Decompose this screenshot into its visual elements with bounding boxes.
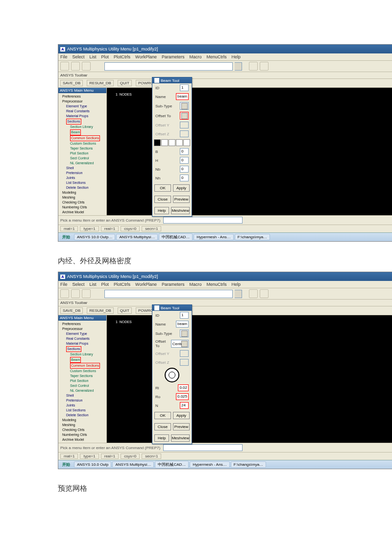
tree-item[interactable]: Material Props: [59, 114, 105, 119]
b-input[interactable]: 0: [180, 148, 189, 155]
taskbar-item[interactable]: 中国机械CAD…: [159, 233, 193, 241]
taskbar-item[interactable]: ANSYS Multiphysi…: [116, 234, 158, 240]
tree-item[interactable]: Joints: [59, 176, 105, 180]
save-db-button[interactable]: SAVE_DB: [60, 80, 83, 86]
tree-item[interactable]: Material Props: [59, 341, 105, 346]
tool-icon[interactable]: [60, 289, 69, 298]
id-input[interactable]: 1: [180, 84, 189, 91]
close-button[interactable]: Close: [154, 423, 171, 430]
tree-item[interactable]: Modeling: [59, 190, 105, 195]
tree-item[interactable]: Preprocessor: [59, 327, 105, 331]
taskbar-item[interactable]: ANSYS Multiphysi…: [112, 461, 154, 468]
resum-db-button[interactable]: RESUM_DB: [87, 80, 113, 86]
tree-item[interactable]: Sections: [59, 346, 105, 352]
n-input[interactable]: 24: [180, 402, 189, 409]
offset-select[interactable]: [180, 112, 189, 120]
tree-item[interactable]: Preferences: [59, 94, 105, 99]
tree-item[interactable]: Shell: [59, 166, 105, 171]
tree-item[interactable]: Custom Sections: [59, 141, 105, 146]
tree-item[interactable]: Checking Ctrls: [59, 428, 105, 432]
tree-item[interactable]: NL Generalized: [59, 388, 105, 393]
tree-item[interactable]: Archive Model: [59, 210, 105, 215]
name-input[interactable]: beam: [176, 93, 189, 100]
h-input[interactable]: 0: [180, 157, 189, 164]
tree-item[interactable]: Taper Sections: [59, 146, 105, 151]
menu-parameters[interactable]: Parameters: [162, 282, 185, 287]
nh-input[interactable]: 0: [180, 175, 189, 181]
combo-arrow-icon[interactable]: [235, 290, 242, 298]
tree-item[interactable]: Element Type: [59, 331, 105, 336]
taskbar-item[interactable]: 中国机械CAD…: [155, 461, 189, 468]
tree-item[interactable]: Section Library: [59, 125, 105, 129]
menu-parameters[interactable]: Parameters: [162, 54, 185, 59]
tree-item[interactable]: Real Constants: [59, 336, 105, 341]
tool-icon[interactable]: [249, 289, 258, 298]
menu-plot[interactable]: Plot: [101, 282, 109, 287]
open-icon[interactable]: [71, 62, 80, 71]
help-button[interactable]: Help: [154, 434, 169, 442]
ro-input[interactable]: 0.025: [176, 393, 189, 400]
tree-item[interactable]: Checking Ctrls: [59, 200, 105, 205]
ok-button[interactable]: OK: [154, 412, 171, 419]
taskbar-item[interactable]: Hypermesh - Ans…: [190, 461, 229, 468]
tree-item[interactable]: Plot Section: [59, 378, 105, 383]
tree-item[interactable]: Sect Control: [59, 383, 105, 388]
menu-list[interactable]: List: [90, 282, 97, 287]
tree-item[interactable]: Real Constants: [59, 109, 105, 114]
close-button[interactable]: Close: [154, 196, 171, 203]
menu-macro[interactable]: Macro: [189, 54, 201, 59]
tree-item[interactable]: Archive Model: [59, 437, 105, 442]
tree-item[interactable]: Custom Sections: [59, 369, 105, 374]
taskbar-item[interactable]: ANSYS 10.0 Outp…: [74, 234, 115, 240]
menu-help[interactable]: Help: [232, 282, 241, 287]
tool-icon[interactable]: [260, 289, 269, 298]
save-db-button[interactable]: SAVE_DB: [60, 307, 83, 314]
menu-workplane[interactable]: WorkPlane: [135, 282, 157, 287]
tree-item[interactable]: Section Library: [59, 352, 105, 357]
quit-button[interactable]: QUIT: [118, 307, 132, 314]
menu-select[interactable]: Select: [73, 282, 85, 287]
taskbar-item[interactable]: F:\changs\mya…: [235, 234, 270, 240]
tree-item[interactable]: Joints: [59, 403, 105, 408]
menu-menuctrls[interactable]: MenuCtrls: [206, 282, 226, 287]
taskbar-item[interactable]: Hypermesh - Ans…: [194, 234, 233, 240]
section-icon[interactable]: [154, 139, 161, 146]
tree-item[interactable]: List Sections: [59, 180, 105, 185]
tree-item[interactable]: Delete Section: [59, 185, 105, 190]
tree-item[interactable]: Delete Section: [59, 413, 105, 418]
menu-file[interactable]: File: [60, 282, 68, 287]
tree-item[interactable]: Meshing: [59, 423, 105, 428]
tree-item[interactable]: Sections: [59, 119, 105, 125]
tree-item[interactable]: Coupling / Ceqn: [59, 215, 105, 215]
tree-item[interactable]: Beam: [59, 357, 105, 363]
tree-item[interactable]: Common Sections: [59, 363, 105, 369]
tree-item[interactable]: Pretension: [59, 398, 105, 403]
menu-menuctrls[interactable]: MenuCtrls: [206, 54, 226, 59]
tree-item[interactable]: Modeling: [59, 418, 105, 423]
tool-icon[interactable]: [249, 62, 258, 71]
tree-item[interactable]: Taper Sections: [59, 374, 105, 378]
command-input[interactable]: [163, 444, 243, 451]
id-input[interactable]: 1: [180, 312, 189, 319]
start-button[interactable]: 开始: [59, 234, 73, 240]
command-input[interactable]: [163, 217, 243, 224]
tool-icon[interactable]: [60, 62, 69, 71]
combo-arrow-icon[interactable]: [235, 62, 242, 71]
section-icon[interactable]: [176, 139, 183, 146]
tree-item[interactable]: Coupling / Ceqn: [59, 442, 105, 443]
apply-button[interactable]: Apply: [173, 184, 190, 192]
tree-item[interactable]: Numbering Ctrls: [59, 432, 105, 437]
command-combo[interactable]: [104, 62, 233, 71]
open-icon[interactable]: [71, 289, 80, 298]
start-button[interactable]: 开始: [59, 461, 73, 468]
menu-list[interactable]: List: [90, 54, 97, 59]
menu-workplane[interactable]: WorkPlane: [135, 54, 157, 59]
save-icon[interactable]: [82, 62, 91, 71]
subtype-select[interactable]: [180, 329, 189, 337]
offset-select[interactable]: Centroid: [171, 340, 189, 348]
tree-item[interactable]: Plot Section: [59, 151, 105, 156]
tree-item[interactable]: Preferences: [59, 322, 105, 327]
tool-icon[interactable]: [260, 62, 269, 71]
tree-item[interactable]: Shell: [59, 393, 105, 398]
taskbar-item[interactable]: F:\changs\mya…: [231, 461, 266, 468]
